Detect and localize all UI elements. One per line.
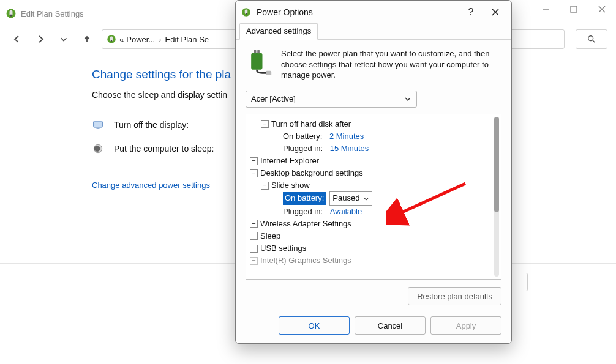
tree-label: USB settings (260, 242, 306, 254)
intro-block: Select the power plan that you want to c… (246, 48, 501, 81)
expand-icon[interactable]: + (250, 245, 258, 253)
tree-label: Slide show (271, 179, 310, 191)
tree-node-wireless[interactable]: + Wireless Adapter Settings (250, 218, 498, 230)
collapse-icon[interactable]: − (261, 120, 269, 128)
button-label: Apply (456, 321, 476, 330)
svg-line-9 (593, 40, 595, 43)
cancel-button[interactable]: Cancel (355, 316, 426, 335)
tree-node-hard-disk[interactable]: − Turn off hard disk after (250, 118, 498, 130)
tree-label: Plugged in: (283, 206, 323, 218)
scrollbar[interactable] (494, 117, 499, 277)
nav-up-button[interactable] (78, 31, 96, 48)
tree-node-slideshow[interactable]: − Slide show (250, 179, 498, 191)
svg-rect-18 (254, 50, 257, 54)
chevron-down-icon (404, 95, 411, 103)
bg-window-title: Edit Plan Settings (21, 9, 84, 18)
button-label: Cancel (378, 321, 402, 330)
tree-node-desktop-bg[interactable]: − Desktop background settings (250, 167, 498, 179)
plan-select-dropdown[interactable]: Acer [Active] (246, 91, 417, 108)
tree-leaf-slideshow-plugged[interactable]: Plugged in: Available (250, 206, 498, 218)
chevron-down-icon (363, 196, 369, 202)
nav-forward-button[interactable] (32, 31, 49, 48)
tab-advanced-settings[interactable]: Advanced settings (239, 23, 318, 40)
power-options-icon (241, 7, 252, 18)
dialog-close-button[interactable] (482, 4, 509, 21)
plan-select-value: Acer [Active] (251, 94, 296, 103)
bg-window-controls (531, 0, 616, 18)
tree-leaf-hd-plugged[interactable]: Plugged in: 15 Minutes (250, 143, 498, 155)
apply-button[interactable]: Apply (430, 316, 501, 335)
ok-button[interactable]: OK (279, 316, 350, 335)
tree-label: Turn off hard disk after (271, 118, 351, 130)
svg-rect-3 (571, 6, 577, 12)
slideshow-battery-dropdown[interactable]: Paused (329, 191, 372, 205)
advanced-settings-link[interactable]: Change advanced power settings (92, 180, 210, 190)
tree-node-sleep[interactable]: + Sleep (250, 230, 498, 242)
collapse-icon[interactable]: − (261, 182, 269, 190)
svg-rect-19 (257, 50, 260, 54)
close-button[interactable] (588, 0, 616, 18)
expand-icon[interactable]: + (250, 220, 258, 228)
search-button[interactable] (576, 29, 607, 49)
dialog-titlebar: Power Options ? (236, 1, 511, 23)
tree-label: Plugged in: (283, 143, 323, 155)
dialog-tabs: Advanced settings (236, 23, 511, 40)
restore-defaults-button[interactable]: Restore plan defaults (408, 287, 501, 305)
battery-plug-icon (246, 48, 272, 75)
tree-node-intel[interactable]: + Intel(R) Graphics Settings (250, 254, 498, 267)
minimize-button[interactable] (531, 0, 560, 18)
tree-label: Internet Explorer (260, 155, 319, 167)
breadcrumb-prefix: « (119, 35, 124, 44)
help-button[interactable]: ? (460, 4, 482, 21)
expand-icon[interactable]: + (250, 257, 258, 265)
tree-label: Wireless Adapter Settings (260, 218, 351, 230)
button-label: OK (309, 321, 320, 330)
tree-leaf-slideshow-battery[interactable]: On battery: Paused (250, 191, 498, 205)
tree-node-usb[interactable]: + USB settings (250, 242, 498, 254)
dialog-button-row: OK Cancel Apply (236, 313, 511, 343)
tree-label: Intel(R) Graphics Settings (260, 254, 351, 267)
tree-value[interactable]: 2 Minutes (329, 130, 364, 143)
tree-label: Sleep (260, 230, 280, 242)
tree-value[interactable]: 15 Minutes (330, 143, 369, 155)
tree-leaf-hd-battery[interactable]: On battery: 2 Minutes (250, 130, 498, 143)
dropdown-value: Paused (332, 192, 359, 204)
power-options-dialog: Power Options ? Advanced settings Select… (235, 0, 512, 344)
button-label: Restore plan defaults (417, 292, 492, 301)
settings-tree: − Turn off hard disk after On battery: 2… (246, 114, 501, 280)
breadcrumb-item[interactable]: Edit Plan Se (165, 35, 209, 44)
tree-node-ie[interactable]: + Internet Explorer (250, 155, 498, 167)
breadcrumb-icon (106, 34, 117, 45)
tree-label: On battery: (283, 130, 322, 143)
dialog-title: Power Options (257, 7, 313, 17)
chevron-right-icon: › (157, 35, 162, 44)
breadcrumb-item[interactable]: Power... (126, 35, 155, 44)
collapse-icon[interactable]: − (250, 169, 258, 177)
expand-icon[interactable]: + (250, 232, 258, 240)
sleep-icon (92, 143, 104, 155)
expand-icon[interactable]: + (250, 157, 258, 165)
sleep-timeout-label: Put the computer to sleep: (114, 144, 255, 154)
svg-rect-10 (94, 121, 103, 127)
tree-value[interactable]: Available (330, 206, 362, 218)
svg-rect-17 (251, 53, 262, 69)
dialog-body: Select the power plan that you want to c… (236, 40, 511, 313)
svg-rect-20 (266, 71, 271, 75)
svg-point-8 (588, 36, 593, 41)
svg-rect-11 (97, 128, 100, 129)
scrollbar-thumb[interactable] (494, 117, 499, 213)
tree-label: Desktop background settings (260, 167, 363, 179)
display-icon (92, 119, 104, 131)
power-plan-icon (5, 7, 17, 20)
display-timeout-label: Turn off the display: (114, 120, 255, 130)
nav-recent-button[interactable] (55, 31, 72, 48)
intro-text: Select the power plan that you want to c… (281, 48, 501, 81)
tree-label-selected: On battery: (283, 192, 326, 204)
maximize-button[interactable] (560, 0, 588, 18)
nav-back-button[interactable] (9, 31, 26, 48)
